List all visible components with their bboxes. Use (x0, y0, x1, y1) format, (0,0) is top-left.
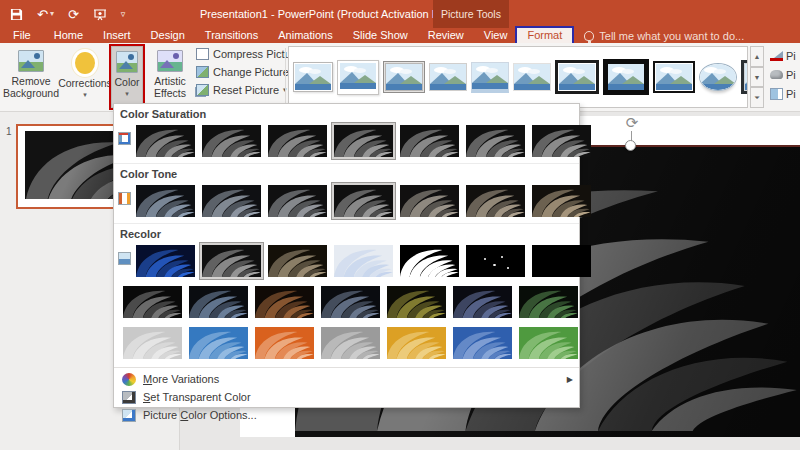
recolor-option-1-2[interactable] (200, 243, 263, 279)
compress-pictures-icon (196, 48, 209, 60)
gallery-scroll-down-button[interactable]: ▼ (750, 67, 764, 88)
picture-style-1[interactable] (293, 62, 333, 92)
recolor-option-1-3[interactable] (266, 243, 329, 279)
recolor-option-3-6[interactable] (451, 325, 514, 361)
color-saturation-option-1-3[interactable] (266, 123, 329, 159)
color-tone-option-1-3[interactable] (266, 183, 329, 219)
picture-style-8[interactable] (603, 59, 649, 95)
recolor-option-3-2[interactable] (187, 325, 250, 361)
tab-insert[interactable]: Insert (93, 28, 141, 43)
picture-style-10[interactable] (699, 63, 737, 91)
redo-icon[interactable]: ⟳ (68, 8, 79, 21)
recolor-option-2-1[interactable] (121, 284, 184, 320)
corrections-button[interactable]: Corrections ▾ (60, 46, 110, 108)
recolor-option-1-4[interactable] (332, 243, 395, 279)
thumbnail-row (114, 283, 579, 324)
recolor-option-2-6[interactable] (451, 284, 514, 320)
menu-section-recolor: Recolor (114, 223, 579, 242)
picture-style-3[interactable] (383, 61, 425, 93)
tab-view[interactable]: View (474, 28, 518, 43)
recolor-option-1-5[interactable] (398, 243, 461, 279)
right-button-label: Pi (786, 50, 796, 62)
picture-styles-gallery[interactable] (288, 46, 748, 108)
picture-style-9[interactable] (653, 61, 695, 93)
remove-background-button[interactable]: Remove Background (4, 46, 58, 108)
color-saturation-option-1-1[interactable] (134, 123, 197, 159)
tab-review[interactable]: Review (418, 28, 474, 43)
recolor-option-2-5[interactable] (385, 284, 448, 320)
tab-design[interactable]: Design (141, 28, 195, 43)
tab-transitions[interactable]: Transitions (195, 28, 268, 43)
title-bar: ↶▾ ⟳ ▿ Presentation1 - PowerPoint (Produ… (0, 0, 800, 28)
recolor-option-2-7[interactable] (517, 284, 580, 320)
picture-effects-button[interactable]: Pi (770, 68, 796, 81)
color-tone-option-1-4[interactable] (332, 183, 395, 219)
menu-item-label: More Variations (143, 373, 219, 385)
artistic-effects-button[interactable]: Artistic Effects (147, 46, 193, 108)
recolor-option-1-1[interactable] (134, 243, 197, 279)
recolor-option-2-4[interactable] (319, 284, 382, 320)
picture-style-11[interactable] (741, 60, 748, 94)
remove-background-label: Remove Background (3, 75, 59, 99)
menu-section-color-tone: Color Tone (114, 163, 579, 182)
rotation-handle-icon[interactable]: ⟳ (623, 114, 641, 132)
color-tone-option-1-6[interactable] (464, 183, 527, 219)
color-saturation-option-1-7[interactable] (530, 123, 593, 159)
color-saturation-option-1-6[interactable] (464, 123, 527, 159)
tell-me-box[interactable]: Tell me what you want to do... (572, 28, 744, 43)
picture-style-2[interactable] (337, 60, 379, 95)
recolor-option-3-7[interactable] (517, 325, 580, 361)
tell-me-label: Tell me what you want to do... (599, 30, 744, 42)
start-slideshow-icon[interactable] (93, 8, 107, 21)
color-saturation-option-1-4[interactable] (332, 123, 395, 159)
recolor-option-3-1[interactable] (121, 325, 184, 361)
picture-layout-icon (770, 88, 783, 100)
tab-home[interactable]: Home (44, 28, 93, 43)
remove-background-icon (18, 50, 44, 72)
recolor-option-3-3[interactable] (253, 325, 316, 361)
change-picture-label: Change Picture (213, 66, 289, 78)
tab-file[interactable]: File (0, 28, 44, 43)
right-button-label: Pi (786, 88, 796, 100)
color-tone-option-1-2[interactable] (200, 183, 263, 219)
picture-style-5[interactable] (471, 62, 509, 93)
change-picture-icon (196, 66, 209, 78)
recolor-option-2-2[interactable] (187, 284, 250, 320)
gallery-scroll-up-button[interactable]: ▲ (750, 46, 764, 67)
color-dropdown-menu: Color SaturationColor ToneRecolorMore Va… (113, 103, 580, 408)
slide-number: 1 (6, 126, 12, 137)
ribbon-tab-row: FileHomeInsertDesignTransitionsAnimation… (0, 28, 800, 43)
reset-picture-icon (196, 84, 209, 96)
customize-qat-icon[interactable]: ▿ (121, 10, 126, 19)
picture-style-4[interactable] (429, 63, 467, 91)
undo-icon[interactable]: ↶▾ (37, 8, 54, 21)
picture-border-button[interactable]: Pi (770, 49, 796, 62)
color-tone-option-1-7[interactable] (530, 183, 593, 219)
tab-format[interactable]: Format (517, 28, 572, 43)
recolor-option-1-6[interactable] (464, 243, 527, 279)
chevron-down-icon: ▾ (83, 89, 87, 101)
picture-layout-button[interactable]: Pi (770, 87, 796, 100)
menu-item-set-transparent-color[interactable]: Set Transparent Color (114, 388, 579, 406)
color-tone-option-1-1[interactable] (134, 183, 197, 219)
picture-style-7[interactable] (555, 60, 599, 94)
color-saturation-option-1-2[interactable] (200, 123, 263, 159)
top-resize-handle[interactable] (625, 140, 636, 151)
menu-item-picture-color-options[interactable]: Picture Color Options... (114, 406, 579, 424)
color-wheel-icon (122, 373, 136, 386)
picture-style-6[interactable] (513, 63, 551, 91)
tab-animations[interactable]: Animations (268, 28, 342, 43)
menu-item-more-variations[interactable]: More Variations▶ (114, 370, 579, 388)
thumbnail-row (114, 122, 579, 163)
recolor-option-2-3[interactable] (253, 284, 316, 320)
save-icon[interactable] (10, 8, 23, 21)
recolor-option-3-5[interactable] (385, 325, 448, 361)
color-tone-option-1-5[interactable] (398, 183, 461, 219)
gallery-more-button[interactable]: ⏷ (750, 87, 764, 108)
tab-slide-show[interactable]: Slide Show (343, 28, 418, 43)
color-button[interactable]: Color ▾ (111, 46, 143, 108)
color-saturation-option-1-5[interactable] (398, 123, 461, 159)
recolor-option-3-4[interactable] (319, 325, 382, 361)
thumbnail-row (114, 182, 579, 223)
recolor-option-1-7[interactable] (530, 243, 593, 279)
